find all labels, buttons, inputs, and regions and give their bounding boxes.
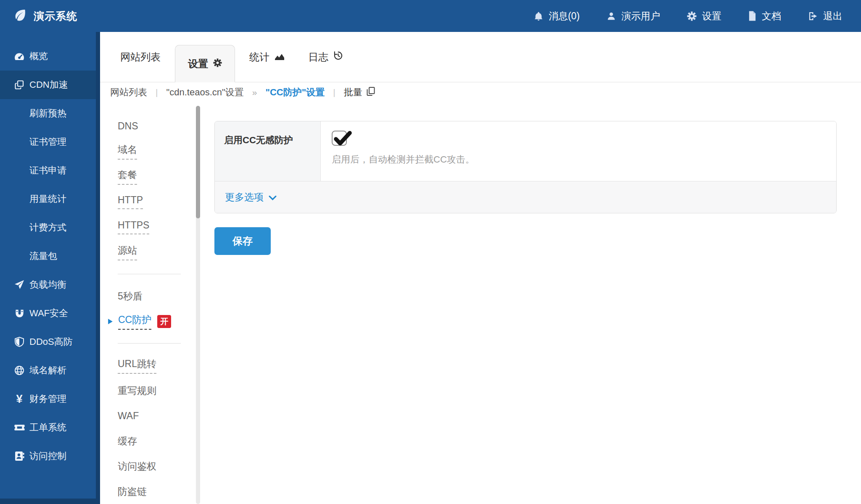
menu-item-plan[interactable]: 套餐 [118,164,196,189]
main-panel: 网站列表 设置 统计 日志 网站列表 [100,32,861,504]
tab-settings[interactable]: 设置 [175,45,235,82]
triangle-right-icon [108,318,113,325]
form-field-description: 启用后，自动检测并拦截CC攻击。 [332,153,836,166]
sidebar-item-billing-mode[interactable]: 计费方式 [0,213,96,242]
chart-icon [275,51,285,63]
tab-site-list[interactable]: 网站列表 [108,32,172,82]
sidebar-item-cert-apply[interactable]: 证书申请 [0,156,96,185]
dashboard-icon [11,52,28,61]
topbar: 演示系统 消息(0) 演示用户 设置 文档 [0,0,861,32]
scrollbar-thumb[interactable] [196,106,200,218]
more-options-link[interactable]: 更多选项 [225,191,277,204]
brand[interactable]: 演示系统 [0,8,77,24]
menu-item-label: CC防护 [118,313,151,330]
tab-label: 网站列表 [120,50,161,64]
ticket-icon [11,423,28,432]
sidebar-item-label: CDN加速 [29,79,68,91]
save-button[interactable]: 保存 [214,227,271,255]
menu-item-label: DNS [118,121,138,132]
menu-item-http[interactable]: HTTP [118,189,196,214]
document-icon [748,11,756,21]
tab-label: 设置 [188,57,208,71]
menu-item-cache[interactable]: 缓存 [118,428,196,454]
copy-icon [367,87,375,99]
menu-item-cc-protect[interactable]: CC防护 开 [118,309,196,334]
menu-item-label: 防盗链 [118,485,147,498]
batch-button[interactable]: 批量 [344,86,375,99]
settings-button[interactable]: 设置 [687,10,721,23]
menu-item-https[interactable]: HTTPS [118,214,196,239]
yen-icon: ¥ [11,393,28,406]
breadcrumb-site-settings[interactable]: "cdn.teaos.cn"设置 [166,86,243,99]
docs-button[interactable]: 文档 [748,10,781,23]
sidebar-item-label: 访问控制 [29,450,66,462]
cc-protect-form: 启用CC无感防护 启用后，自动检测并拦截CC攻击。 更多选项 [200,102,861,504]
menu-item-dns[interactable]: DNS [118,113,196,139]
sidebar-item-ddos[interactable]: DDoS高防 [0,328,96,356]
sidebar-item-label: 负载均衡 [29,278,66,291]
sidebar-item-label: 域名解析 [29,364,66,377]
sidebar-item-load-balance[interactable]: 负载均衡 [0,270,96,299]
menu-item-access-auth[interactable]: 访问鉴权 [118,454,196,479]
gear-icon [687,11,697,21]
menu-item-rewrite-rules[interactable]: 重写规则 [118,378,196,403]
globe-icon [11,365,28,375]
settings-menu-scrollbar[interactable] [196,106,200,504]
sidebar-item-traffic-pack[interactable]: 流量包 [0,242,96,270]
sidebar-item-cert-manage[interactable]: 证书管理 [0,128,96,156]
menu-item-domain[interactable]: 域名 [118,139,196,164]
menu-item-label: 缓存 [118,435,137,448]
menu-item-label: HTTP [118,194,143,209]
breadcrumb-current[interactable]: "CC防护"设置 [266,86,325,99]
enable-cc-checkbox[interactable] [332,131,347,146]
menu-item-hotlink-protect[interactable]: 防盗链 [118,479,196,504]
bell-icon [534,11,543,21]
chevron-down-icon [269,192,277,203]
tabbar: 网站列表 设置 统计 日志 [100,32,861,82]
menu-divider [118,274,181,274]
sidebar-item-waf[interactable]: WAF安全 [0,299,96,328]
sidebar-item-dns-resolve[interactable]: 域名解析 [0,356,96,385]
menu-item-label: 访问鉴权 [118,460,156,473]
cdn-clone-icon [11,80,28,90]
leaf-icon [13,8,27,24]
settings-content: DNS 域名 套餐 HTTP HTTPS 源站 [100,102,861,504]
breadcrumb: 网站列表 | "cdn.teaos.cn"设置 » "CC防护"设置 | 批量 [100,82,861,102]
more-options-label: 更多选项 [225,191,264,204]
form-field-label: 启用CC无感防护 [215,121,321,181]
user-menu[interactable]: 演示用户 [607,10,660,23]
form-row-enable: 启用CC无感防护 启用后，自动检测并拦截CC攻击。 [215,121,836,181]
menu-item-label: 源站 [118,244,137,260]
logout-icon [808,11,818,21]
menu-item-origin[interactable]: 源站 [118,239,196,265]
sidebar-scrollbar[interactable] [96,32,100,504]
sidebar-item-cdn[interactable]: CDN加速 [0,71,96,99]
form-field-value: 启用后，自动检测并拦截CC攻击。 [321,121,836,181]
messages-button[interactable]: 消息(0) [534,10,580,23]
sidebar-item-refresh-preheat[interactable]: 刷新预热 [0,99,96,128]
sidebar-item-label: 工单系统 [29,421,66,434]
topbar-menu: 消息(0) 演示用户 设置 文档 退出 [534,10,861,23]
breadcrumb-site-list[interactable]: 网站列表 [110,86,147,99]
sidebar-item-access-control[interactable]: 访问控制 [0,442,96,470]
tab-logs[interactable]: 日志 [296,32,355,82]
menu-item-5s-shield[interactable]: 5秒盾 [118,284,196,309]
breadcrumb-arrow: » [252,87,257,97]
sidebar-item-finance[interactable]: ¥ 财务管理 [0,385,96,413]
menu-item-label: 域名 [118,143,137,160]
user-label: 演示用户 [621,10,660,23]
menu-item-url-redirect[interactable]: URL跳转 [118,353,196,378]
sidebar: 概览 CDN加速 刷新预热 证书管理 证书申请 用量统计 计费方式 流量包 [0,32,96,504]
form-box: 启用CC无感防护 启用后，自动检测并拦截CC攻击。 更多选项 [214,121,837,213]
sidebar-item-label: 证书管理 [29,136,66,148]
tab-label: 统计 [249,50,269,64]
check-icon [333,130,352,147]
logout-button[interactable]: 退出 [808,10,843,23]
menu-item-waf[interactable]: WAF [118,403,196,428]
tab-statistics[interactable]: 统计 [238,32,296,82]
sidebar-item-overview[interactable]: 概览 [0,42,96,71]
sidebar-item-usage-stats[interactable]: 用量统计 [0,185,96,213]
messages-label: 消息(0) [549,10,580,23]
sidebar-item-tickets[interactable]: 工单系统 [0,413,96,442]
shield-icon [11,337,28,347]
